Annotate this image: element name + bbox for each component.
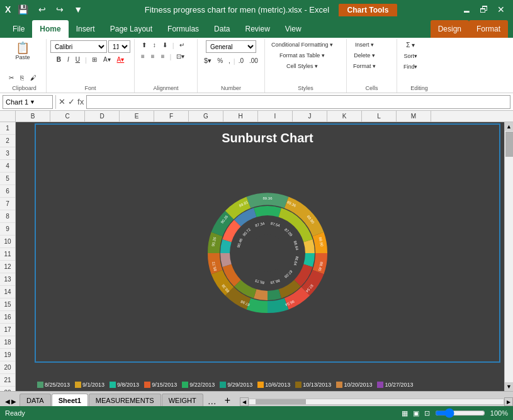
legend-dot-4 bbox=[144, 382, 150, 388]
scroll-down-button[interactable]: ▼ bbox=[505, 382, 514, 391]
tab-file[interactable]: File bbox=[5, 20, 32, 38]
tab-formulas[interactable]: Formulas bbox=[160, 20, 206, 38]
scroll-up-button[interactable]: ▲ bbox=[505, 122, 514, 131]
merge-button[interactable]: ⊡▾ bbox=[174, 52, 187, 61]
col-header-l[interactable]: L bbox=[362, 111, 397, 122]
align-center-button[interactable]: ≡ bbox=[149, 52, 157, 61]
view-pagebreak-icon[interactable]: ⊡ bbox=[424, 409, 430, 417]
col-header-m[interactable]: M bbox=[397, 111, 431, 122]
restore-button[interactable]: 🗗 bbox=[476, 3, 492, 16]
sheet-tab-data[interactable]: DATA bbox=[20, 394, 51, 406]
delete-cells-button[interactable]: Delete ▾ bbox=[351, 51, 378, 60]
find-select-button[interactable]: Find▾ bbox=[401, 62, 420, 71]
tab-page-layout[interactable]: Page Layout bbox=[103, 20, 160, 38]
formula-cancel-button[interactable]: ✕ bbox=[59, 97, 65, 106]
add-sheet-button[interactable]: + bbox=[221, 395, 234, 406]
cells-row-2: Delete ▾ bbox=[351, 51, 378, 60]
formula-input[interactable] bbox=[86, 95, 510, 109]
sheet-tab-sheet1[interactable]: Sheet1 bbox=[52, 394, 88, 406]
view-layout-icon[interactable]: ▣ bbox=[413, 409, 419, 417]
customize-button[interactable]: ▼ bbox=[70, 3, 86, 16]
align-left-button[interactable]: ≡ bbox=[138, 52, 147, 61]
comma-button[interactable]: , bbox=[226, 56, 233, 65]
font-size-select[interactable]: 11 bbox=[108, 40, 130, 53]
number-format-select[interactable]: General bbox=[206, 40, 256, 53]
sheet-tab-weight[interactable]: WEIGHT bbox=[162, 394, 203, 406]
format-as-table-button[interactable]: Format as Table ▾ bbox=[277, 51, 327, 60]
format-cells-button[interactable]: Format ▾ bbox=[351, 62, 378, 71]
bold-button[interactable]: B bbox=[54, 55, 64, 64]
legend-item-3: 9/8/2013 bbox=[110, 382, 139, 388]
legend-item-6: 9/29/2013 bbox=[220, 382, 252, 388]
col-header-e[interactable]: E bbox=[120, 111, 154, 122]
col-header-i[interactable]: I bbox=[258, 111, 293, 122]
view-normal-icon[interactable]: ▦ bbox=[402, 409, 408, 417]
cell-styles-button[interactable]: Cell Styles ▾ bbox=[284, 62, 320, 71]
col-header-g[interactable]: G bbox=[189, 111, 223, 122]
horizontal-scroll-thumb[interactable] bbox=[256, 399, 306, 404]
minimize-button[interactable]: 🗕 bbox=[459, 3, 474, 16]
editing-content: Σ ▾ Sort▾ Find▾ bbox=[401, 40, 420, 91]
scroll-track[interactable] bbox=[505, 131, 514, 382]
undo-button[interactable]: ↩ bbox=[35, 3, 49, 16]
col-header-d[interactable]: D bbox=[85, 111, 120, 122]
tab-review[interactable]: Review bbox=[237, 20, 277, 38]
hscroll-right-button[interactable]: ▶ bbox=[504, 397, 513, 406]
col-header-f[interactable]: F bbox=[154, 111, 189, 122]
font-color-button[interactable]: A▾ bbox=[115, 55, 127, 64]
function-wizard-button[interactable]: fx bbox=[77, 97, 84, 106]
fill-color-button[interactable]: A▾ bbox=[101, 55, 113, 64]
tab-data[interactable]: Data bbox=[206, 20, 237, 38]
copy-button[interactable]: ⎘ bbox=[18, 73, 26, 82]
tab-scroll-right[interactable]: ▶ bbox=[11, 398, 16, 405]
align-mid-button[interactable]: ↕ bbox=[150, 40, 159, 50]
insert-cells-button[interactable]: Insert ▾ bbox=[352, 40, 376, 49]
sheet-content[interactable]: Sunburst Chart bbox=[16, 122, 504, 391]
tab-design[interactable]: Design bbox=[431, 20, 469, 38]
scroll-thumb[interactable] bbox=[505, 132, 513, 157]
ribbon-body: 📋 Paste ✂ ⎘ 🖌 Clipboard Calibri 11 bbox=[0, 38, 513, 93]
vertical-scrollbar[interactable]: ▲ ▼ bbox=[504, 122, 513, 391]
col-header-h[interactable]: H bbox=[223, 111, 258, 122]
cut-button[interactable]: ✂ bbox=[6, 73, 16, 82]
col-header-k[interactable]: K bbox=[327, 111, 362, 122]
currency-button[interactable]: $▾ bbox=[201, 55, 214, 66]
formula-confirm-button[interactable]: ✓ bbox=[68, 97, 75, 106]
close-button[interactable]: ✕ bbox=[494, 3, 508, 16]
underline-button[interactable]: U bbox=[73, 55, 82, 64]
decrease-decimal-button[interactable]: .00 bbox=[247, 56, 261, 65]
horizontal-scrollbar[interactable] bbox=[249, 399, 504, 405]
tab-home[interactable]: Home bbox=[32, 20, 68, 38]
font-family-select[interactable]: Calibri bbox=[50, 40, 107, 53]
align-right-button[interactable]: ≡ bbox=[159, 52, 167, 61]
more-sheets-button[interactable]: … bbox=[204, 396, 220, 406]
wrap-text-button[interactable]: ↵ bbox=[177, 40, 187, 50]
align-bottom-button[interactable]: ⬇ bbox=[160, 40, 170, 50]
paste-button[interactable]: 📋 Paste bbox=[6, 40, 39, 72]
legend-item-8: 10/13/2013 bbox=[295, 382, 331, 388]
col-header-b[interactable]: B bbox=[16, 111, 50, 122]
align-top-button[interactable]: ⬆ bbox=[139, 40, 149, 50]
conditional-formatting-button[interactable]: Conditional Formatting ▾ bbox=[269, 40, 335, 49]
tab-scroll-left[interactable]: ◀ bbox=[5, 398, 10, 405]
col-header-c[interactable]: C bbox=[50, 111, 85, 122]
chart-area[interactable]: Sunburst Chart bbox=[35, 123, 500, 363]
sort-filter-button[interactable]: Sort▾ bbox=[401, 52, 420, 60]
zoom-slider[interactable] bbox=[435, 408, 485, 418]
sum-button[interactable]: Σ ▾ bbox=[403, 40, 417, 50]
tab-format[interactable]: Format bbox=[469, 20, 508, 38]
tab-view[interactable]: View bbox=[278, 20, 309, 38]
increase-decimal-button[interactable]: .0 bbox=[236, 56, 246, 65]
inner-label-6: 86.64 bbox=[293, 240, 300, 251]
redo-button[interactable]: ↪ bbox=[53, 3, 67, 16]
tab-insert[interactable]: Insert bbox=[69, 20, 103, 38]
hscroll-left-button[interactable]: ◀ bbox=[240, 397, 249, 406]
col-header-j[interactable]: J bbox=[293, 111, 327, 122]
percent-button[interactable]: % bbox=[215, 56, 225, 65]
border-button[interactable]: ⊞ bbox=[89, 55, 99, 64]
italic-button[interactable]: I bbox=[65, 55, 72, 64]
sheet-tab-measurements[interactable]: MEASUREMENTS bbox=[89, 394, 161, 406]
format-painter-button[interactable]: 🖌 bbox=[28, 73, 39, 82]
save-button[interactable]: 💾 bbox=[14, 3, 31, 16]
outer-label-4: 89.36 bbox=[262, 196, 273, 200]
